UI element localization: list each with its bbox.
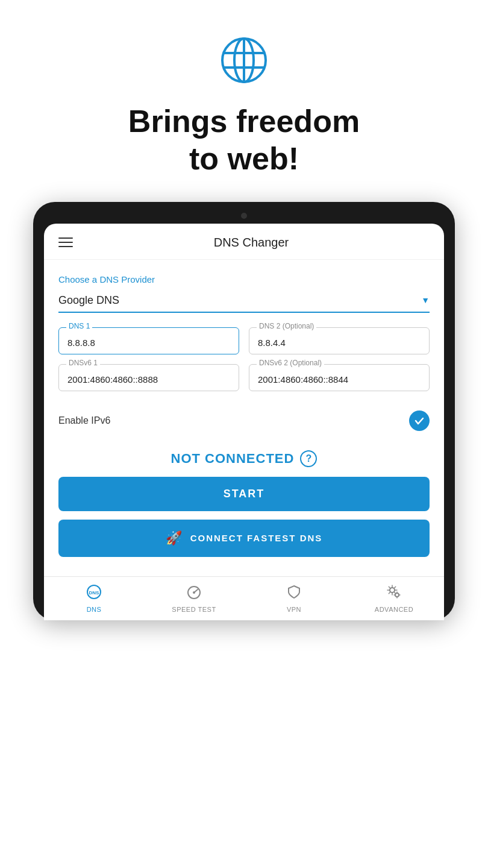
hero-section: Brings freedom to web! <box>128 0 360 202</box>
checkmark-icon <box>413 415 425 427</box>
advanced-nav-icon <box>386 584 402 603</box>
dns2-field[interactable]: DNS 2 (Optional) 8.8.4.4 <box>249 327 430 354</box>
device-camera <box>241 213 247 219</box>
dnsv6-1-value: 2001:4860:4860::8888 <box>67 374 230 385</box>
device-notch <box>44 213 444 219</box>
dns-provider-dropdown[interactable]: Google DNS ▼ <box>58 289 430 313</box>
dnsv6-1-field[interactable]: DNSv6 1 2001:4860:4860::8888 <box>58 364 239 391</box>
dnsv6-2-label: DNSv6 2 (Optional) <box>257 359 324 367</box>
dns2-label: DNS 2 (Optional) <box>257 322 316 330</box>
vpn-nav-label: VPN <box>287 606 301 613</box>
svg-point-11 <box>395 593 399 597</box>
globe-icon <box>220 36 268 84</box>
rocket-icon: 🚀 <box>166 530 183 546</box>
connect-fastest-label: CONNECT FASTEST DNS <box>190 533 323 543</box>
speedtest-nav-icon <box>186 584 202 603</box>
device-screen: DNS Changer Choose a DNS Provider Google… <box>44 224 444 620</box>
dns1-label: DNS 1 <box>66 322 92 330</box>
advanced-nav-label: ADVANCED <box>375 606 413 613</box>
app-title: DNS Changer <box>73 236 430 250</box>
svg-text:DNS: DNS <box>89 590 100 596</box>
start-button[interactable]: START <box>58 477 430 511</box>
dnsv6-1-label: DNSv6 1 <box>66 359 100 367</box>
dns1-field[interactable]: DNS 1 8.8.8.8 <box>58 327 239 354</box>
help-icon[interactable]: ? <box>300 450 317 467</box>
bottom-nav: DNS DNS SPEED TEST <box>44 576 444 620</box>
ipv6-row: Enable IPv6 <box>58 401 430 441</box>
connection-status: NOT CONNECTED <box>171 451 295 467</box>
dns-provider-label: Choose a DNS Provider <box>58 274 430 285</box>
nav-item-speedtest[interactable]: SPEED TEST <box>144 577 244 620</box>
nav-item-dns[interactable]: DNS DNS <box>44 577 144 620</box>
dns1-value: 8.8.8.8 <box>67 338 230 348</box>
dns2-value: 8.8.4.4 <box>258 338 421 348</box>
app-header: DNS Changer <box>44 224 444 260</box>
dnsv6-2-field[interactable]: DNSv6 2 (Optional) 2001:4860:4860::8844 <box>249 364 430 391</box>
ipv6-label: Enable IPv6 <box>58 415 110 426</box>
hamburger-menu-icon[interactable] <box>58 237 73 247</box>
device-frame: DNS Changer Choose a DNS Provider Google… <box>33 202 455 620</box>
ipv6-toggle[interactable] <box>409 410 430 431</box>
dropdown-arrow-icon: ▼ <box>421 295 430 305</box>
nav-item-advanced[interactable]: ADVANCED <box>344 577 444 620</box>
vpn-nav-icon <box>286 584 302 603</box>
speedtest-nav-label: SPEED TEST <box>172 606 216 613</box>
dns-nav-label: DNS <box>87 606 102 613</box>
hero-title: Brings freedom to web! <box>128 102 360 178</box>
dnsv6-2-value: 2001:4860:4860::8844 <box>258 374 421 385</box>
connect-fastest-button[interactable]: 🚀 CONNECT FASTEST DNS <box>58 520 430 557</box>
nav-item-vpn[interactable]: VPN <box>244 577 344 620</box>
svg-point-9 <box>193 591 195 594</box>
dns-provider-value: Google DNS <box>58 294 119 307</box>
status-row: NOT CONNECTED ? <box>58 441 430 477</box>
dns-fields-grid: DNS 1 8.8.8.8 DNS 2 (Optional) 8.8.4.4 D… <box>58 327 430 391</box>
dns-nav-icon: DNS <box>86 584 102 603</box>
app-content: Choose a DNS Provider Google DNS ▼ DNS 1… <box>44 260 444 576</box>
